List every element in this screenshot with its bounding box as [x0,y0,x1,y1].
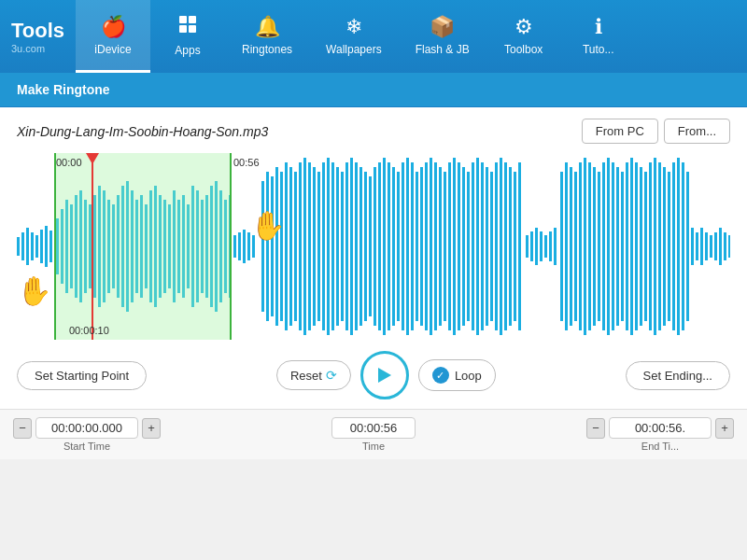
svg-rect-95 [444,172,446,321]
start-time-label: Start Time [63,441,110,452]
tab-flash-jb[interactable]: 📦 Flash & JB [399,0,486,73]
play-button[interactable] [360,351,409,399]
svg-rect-110 [514,172,516,321]
svg-rect-81 [378,162,381,330]
svg-rect-139 [654,158,656,335]
reset-icon: ⟳ [326,368,337,383]
hand-right-annotation: 🤚 [250,209,285,242]
time-value: 00:00:56 [331,417,416,439]
svg-rect-105 [490,172,493,321]
svg-rect-57 [266,172,269,321]
time-label-bottom: 00:00:10 [69,325,109,336]
svg-rect-1 [189,16,196,23]
controls-bar: Set Starting Point Reset ⟳ ✓ Loop Set En… [17,340,730,409]
end-time-label: End Ti... [641,441,679,452]
svg-rect-71 [331,162,334,330]
svg-rect-82 [383,158,386,335]
svg-rect-126 [593,167,596,326]
end-time-value[interactable]: 00:00:56. [609,417,712,439]
svg-rect-145 [682,162,684,330]
loop-button[interactable]: ✓ Loop [418,359,496,391]
start-time-value[interactable]: 00:00:00.000 [35,417,138,439]
svg-rect-66 [308,162,311,330]
svg-rect-73 [341,172,344,321]
tab-idevice-label: iDevice [94,43,131,56]
svg-rect-12 [49,231,52,262]
svg-rect-113 [530,231,533,261]
svg-rect-106 [495,162,498,330]
svg-rect-3 [189,25,196,33]
svg-rect-150 [705,232,708,260]
svg-rect-69 [322,162,325,330]
waveform-container[interactable]: 00:00 00:56 00:00:10 🤚 🤚 [17,153,730,340]
svg-rect-127 [598,172,600,321]
svg-rect-60 [280,172,283,321]
start-time-field: − 00:00:00.000 + Start Time [13,417,161,452]
svg-rect-154 [724,232,726,260]
svg-rect-146 [686,172,689,321]
loop-label: Loop [455,369,482,383]
svg-marker-163 [378,368,391,383]
svg-rect-63 [294,172,297,321]
start-time-decrement[interactable]: − [13,418,32,439]
from-pc-button[interactable]: From PC [582,119,658,144]
from-other-button[interactable]: From... [664,119,730,144]
idevice-icon: 🍎 [101,15,126,39]
svg-rect-88 [411,162,414,330]
tab-apps[interactable]: Apps [150,0,225,73]
logo-sub: 3u.com [11,43,64,54]
bottom-time-bar: − 00:00:00.000 + Start Time 00:00:56 Tim… [0,409,747,459]
end-time-decrement[interactable]: − [586,418,605,439]
apps-icon [177,14,198,40]
svg-rect-136 [640,167,642,326]
nav-tabs: 🍎 iDevice Apps 🔔 Ringtones ❄ Wallpapers … [76,0,747,73]
svg-rect-129 [607,158,610,335]
svg-rect-91 [425,162,428,330]
end-time-increment[interactable]: + [715,418,734,439]
reset-button[interactable]: Reset ⟳ [276,360,351,390]
svg-rect-93 [434,162,437,330]
start-time-increment[interactable]: + [142,418,161,439]
tab-ringtones[interactable]: 🔔 Ringtones [225,0,309,73]
svg-rect-104 [486,167,488,326]
svg-rect-90 [420,167,423,326]
svg-rect-97 [453,158,456,335]
tab-idevice[interactable]: 🍎 iDevice [76,0,150,73]
tab-ringtones-label: Ringtones [242,43,292,56]
section-title: Make Ringtone [17,82,110,97]
tab-toolbox[interactable]: ⚙ Toolbox [486,0,561,73]
svg-rect-78 [364,172,367,321]
selection-region[interactable] [54,153,232,340]
set-ending-button[interactable]: Set Ending... [626,361,730,390]
svg-rect-85 [397,172,400,321]
svg-rect-10 [40,230,43,263]
svg-rect-0 [179,16,187,23]
tab-wallpapers[interactable]: ❄ Wallpapers [309,0,399,73]
svg-rect-153 [719,228,722,265]
svg-rect-99 [462,167,465,326]
tab-apps-label: Apps [175,44,200,57]
svg-rect-79 [369,176,372,316]
svg-rect-80 [374,167,376,326]
svg-rect-155 [728,235,730,258]
reset-label: Reset [290,369,322,383]
svg-rect-5 [17,237,20,256]
playhead[interactable] [92,153,93,340]
svg-rect-94 [439,167,442,326]
tuto-icon: ℹ [595,15,602,39]
svg-rect-116 [544,235,547,258]
time-label-56: 00:56 [233,157,260,168]
svg-rect-74 [345,162,348,330]
hand-left-annotation: 🤚 [17,274,51,307]
svg-rect-133 [626,162,628,330]
svg-rect-134 [630,158,633,335]
set-starting-button[interactable]: Set Starting Point [17,361,147,390]
ringtones-icon: 🔔 [255,15,280,39]
svg-rect-56 [261,181,264,312]
end-time-field: − 00:00:56. + End Ti... [586,417,734,452]
svg-rect-70 [327,158,330,335]
svg-rect-89 [416,172,418,321]
tab-tuto[interactable]: ℹ Tuto... [561,0,636,73]
svg-rect-152 [714,232,717,260]
svg-rect-7 [26,228,29,265]
